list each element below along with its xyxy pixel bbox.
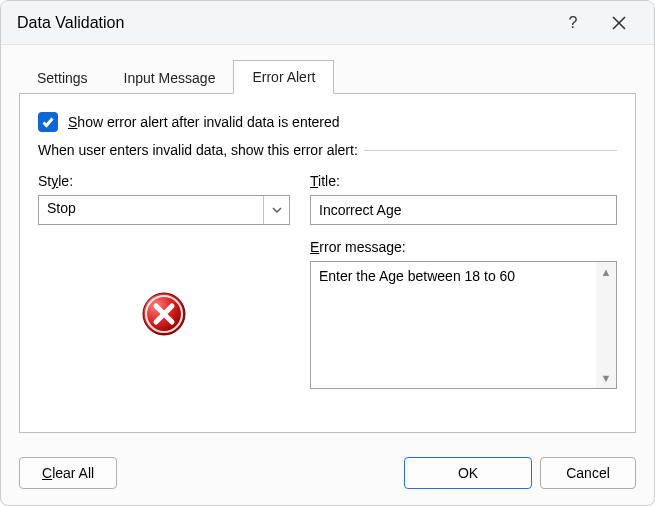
clear-all-button[interactable]: Clear All [19,457,117,489]
chevron-down-icon [272,207,282,213]
textarea-scrollbar[interactable]: ▲ ▼ [596,262,616,388]
controls-grid: Style: Stop [38,173,617,389]
right-column: Title: Error message: ▲ ▼ [310,173,617,389]
tab-input-message[interactable]: Input Message [106,62,234,94]
title-input[interactable] [310,195,617,225]
scroll-up-icon: ▲ [601,266,612,278]
help-icon: ? [569,14,578,32]
show-error-alert-checkbox[interactable] [38,112,58,132]
titlebar: Data Validation ? [1,1,654,45]
tab-panel-error-alert: Show error alert after invalid data is e… [19,93,636,433]
fieldset-rule [338,150,617,151]
tab-strip: Settings Input Message Error Alert [19,59,636,93]
show-error-alert-text: how error alert after invalid data is en… [77,114,339,130]
data-validation-dialog: Data Validation ? Settings Input Message… [0,0,655,506]
dialog-footer: Clear All OK Cancel [1,443,654,505]
style-value: Stop [39,196,263,224]
help-button[interactable]: ? [550,7,596,39]
cancel-button[interactable]: Cancel [540,457,636,489]
fieldset-legend: When user enters invalid data, show this… [38,142,364,158]
error-alert-fieldset: When user enters invalid data, show this… [38,150,617,389]
title-label: Title: [310,173,617,189]
show-error-alert-row: Show error alert after invalid data is e… [38,112,617,132]
error-icon-preview [38,291,290,337]
error-message-textarea[interactable] [311,262,596,388]
error-message-wrap: ▲ ▼ [310,261,617,389]
show-error-alert-label: Show error alert after invalid data is e… [68,114,340,130]
scroll-down-icon: ▼ [601,372,612,384]
left-column: Style: Stop [38,173,290,389]
close-icon [612,16,626,30]
check-icon [41,115,55,129]
dialog-body: Settings Input Message Error Alert Show … [1,45,654,443]
show-error-alert-accel: S [68,114,77,130]
ok-button[interactable]: OK [404,457,532,489]
stop-error-icon [141,291,187,337]
dialog-title: Data Validation [17,14,550,32]
style-label: Style: [38,173,290,189]
clear-all-accel: C [42,465,52,481]
tab-error-alert[interactable]: Error Alert [233,60,334,94]
clear-all-text: lear All [52,465,94,481]
tab-settings[interactable]: Settings [19,62,106,94]
style-dropdown[interactable]: Stop [38,195,290,225]
style-dropdown-button[interactable] [263,196,289,224]
error-message-label: Error message: [310,239,617,255]
close-button[interactable] [596,7,642,39]
